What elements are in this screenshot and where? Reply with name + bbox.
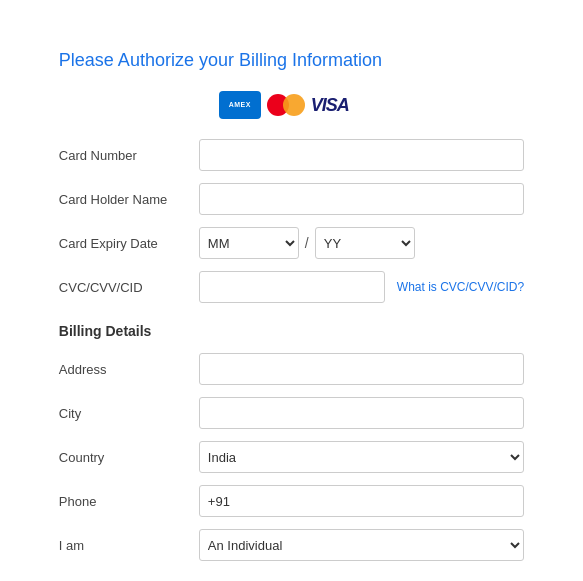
phone-label: Phone	[59, 494, 199, 509]
phone-input[interactable]	[199, 485, 524, 517]
i-am-label: I am	[59, 538, 199, 553]
billing-section-title: Billing Details	[59, 323, 524, 339]
card-icons-row: AMEX VISA	[219, 91, 524, 119]
card-number-row: Card Number	[59, 139, 524, 171]
cvc-label: CVC/CVV/CID	[59, 280, 199, 295]
card-number-label: Card Number	[59, 148, 199, 163]
city-input[interactable]	[199, 397, 524, 429]
cvc-row: CVC/CVV/CID What is CVC/CVV/CID?	[59, 271, 524, 303]
card-holder-row: Card Holder Name	[59, 183, 524, 215]
card-holder-input[interactable]	[199, 183, 524, 215]
amex-label: AMEX	[229, 101, 251, 109]
expiry-year-select[interactable]: YY 202420252026 202720282029 2030	[315, 227, 415, 259]
cvc-help-link[interactable]: What is CVC/CVV/CID?	[397, 280, 524, 294]
phone-row: Phone	[59, 485, 524, 517]
cvc-input-area: What is CVC/CVV/CID?	[199, 271, 524, 303]
page-title: Please Authorize your Billing Informatio…	[59, 50, 524, 71]
address-input[interactable]	[199, 353, 524, 385]
country-row: Country India United States United Kingd…	[59, 441, 524, 473]
cvc-input-wrap	[199, 271, 385, 303]
amex-icon: AMEX	[219, 91, 261, 119]
city-label: City	[59, 406, 199, 421]
i-am-row: I am An Individual A Business	[59, 529, 524, 561]
main-container: Please Authorize your Billing Informatio…	[19, 20, 564, 581]
expiry-inputs: MM 010203 040506 070809 101112 / YY 2024…	[199, 227, 415, 259]
card-holder-label: Card Holder Name	[59, 192, 199, 207]
mc-circle-orange	[283, 94, 305, 116]
country-label: Country	[59, 450, 199, 465]
expiry-separator: /	[305, 235, 309, 251]
cvc-input[interactable]	[199, 271, 385, 303]
country-select[interactable]: India United States United Kingdom Austr…	[199, 441, 524, 473]
visa-label: VISA	[311, 95, 349, 116]
city-row: City	[59, 397, 524, 429]
expiry-label: Card Expiry Date	[59, 236, 199, 251]
address-label: Address	[59, 362, 199, 377]
card-number-input[interactable]	[199, 139, 524, 171]
address-row: Address	[59, 353, 524, 385]
expiry-month-select[interactable]: MM 010203 040506 070809 101112	[199, 227, 299, 259]
mastercard-icon	[267, 91, 305, 119]
i-am-select[interactable]: An Individual A Business	[199, 529, 524, 561]
card-expiry-row: Card Expiry Date MM 010203 040506 070809…	[59, 227, 524, 259]
